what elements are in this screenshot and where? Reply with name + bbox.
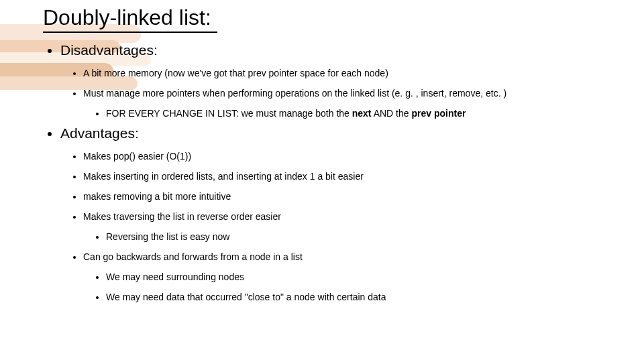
advantages-heading: Advantages: [60, 125, 139, 141]
list-item: Makes traversing the list in reverse ord… [83, 211, 624, 242]
text-run-bold: next [352, 108, 372, 119]
disadvantages-section: Disadvantages: A bit more memory (now we… [60, 42, 624, 119]
text-run: AND the [372, 108, 412, 119]
top-list: Disadvantages: A bit more memory (now we… [43, 42, 624, 302]
list-item: Makes pop() easier (O(1)) [83, 151, 624, 162]
list-item: Makes inserting in ordered lists, and in… [83, 171, 624, 182]
list-item: We may need surrounding nodes [106, 272, 624, 282]
sub-list: FOR EVERY CHANGE IN LIST: we must manage… [83, 108, 624, 119]
disadvantages-list: A bit more memory (now we've got that pr… [60, 68, 624, 119]
slide-content: Doubly-linked list: Disadvantages: A bit… [0, 0, 644, 302]
sub-list: Reversing the list is easy now [83, 231, 624, 242]
slide-title: Doubly-linked list: [43, 5, 217, 33]
list-item: Can go backwards and forwards from a nod… [83, 251, 624, 302]
list-item: FOR EVERY CHANGE IN LIST: we must manage… [106, 108, 624, 119]
text-run: FOR EVERY CHANGE IN LIST: we must manage… [106, 108, 352, 119]
list-item: makes removing a bit more intuitive [83, 191, 624, 202]
list-item: We may need data that occurred "close to… [106, 292, 624, 302]
list-item: Must manage more pointers when performin… [83, 88, 624, 119]
list-item: Reversing the list is easy now [106, 231, 624, 242]
list-item-text: Makes traversing the list in reverse ord… [83, 211, 281, 222]
sub-list: We may need surrounding nodes We may nee… [83, 272, 624, 302]
list-item-text: Can go backwards and forwards from a nod… [83, 251, 303, 262]
advantages-list: Makes pop() easier (O(1)) Makes insertin… [60, 151, 624, 302]
text-run-bold: prev pointer [411, 108, 466, 119]
advantages-section: Advantages: Makes pop() easier (O(1)) Ma… [60, 125, 624, 302]
list-item: A bit more memory (now we've got that pr… [83, 68, 624, 78]
list-item-text: Must manage more pointers when performin… [83, 88, 506, 99]
disadvantages-heading: Disadvantages: [60, 42, 158, 58]
